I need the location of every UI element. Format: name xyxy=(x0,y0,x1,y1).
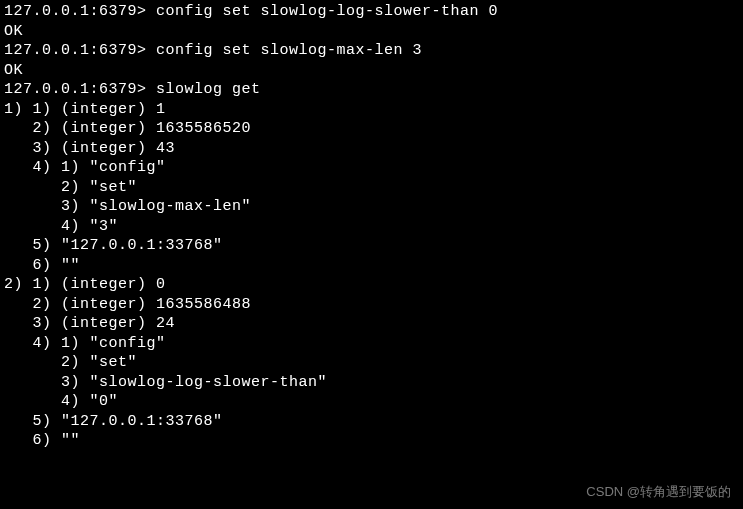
command-input: slowlog get xyxy=(156,81,261,98)
prompt-line-1[interactable]: 127.0.0.1:6379> config set slowlog-log-s… xyxy=(4,2,739,22)
prompt: 127.0.0.1:6379> xyxy=(4,42,147,59)
cmd-part: 0 xyxy=(99,393,109,410)
cmd-part: set xyxy=(99,354,128,371)
client-addr: 127.0.0.1:33768 xyxy=(71,413,214,430)
slowlog-entry-2-cmd-4: 4) "0" xyxy=(4,392,739,412)
cmd-part: slowlog-log-slower-than xyxy=(99,374,318,391)
cmd-part: set xyxy=(99,179,128,196)
slowlog-entry-2-timestamp: 2) (integer) 1635586488 xyxy=(4,295,739,315)
entry-id: 0 xyxy=(156,276,166,293)
output-ok-1: OK xyxy=(4,22,739,42)
cmd-part: slowlog-max-len xyxy=(99,198,242,215)
cmd-part: 3 xyxy=(99,218,109,235)
entry-dur: 43 xyxy=(156,140,175,157)
slowlog-entry-2-cmd-3: 3) "slowlog-log-slower-than" xyxy=(4,373,739,393)
slowlog-entry-1-cmd-3: 3) "slowlog-max-len" xyxy=(4,197,739,217)
entry-id: 1 xyxy=(156,101,166,118)
watermark: CSDN @转角遇到要饭的 xyxy=(586,484,731,501)
slowlog-entry-2-id: 2) 1) (integer) 0 xyxy=(4,275,739,295)
slowlog-entry-1-cmd-2: 2) "set" xyxy=(4,178,739,198)
entry-dur: 24 xyxy=(156,315,175,332)
slowlog-entry-1-client: 5) "127.0.0.1:33768" xyxy=(4,236,739,256)
slowlog-entry-1-duration: 3) (integer) 43 xyxy=(4,139,739,159)
entry-ts: 1635586488 xyxy=(156,296,251,313)
slowlog-entry-1-name: 6) "" xyxy=(4,256,739,276)
cmd-part: config xyxy=(99,335,156,352)
prompt: 127.0.0.1:6379> xyxy=(4,3,147,20)
slowlog-entry-2-duration: 3) (integer) 24 xyxy=(4,314,739,334)
slowlog-entry-2-cmd-1: 4) 1) "config" xyxy=(4,334,739,354)
client-addr: 127.0.0.1:33768 xyxy=(71,237,214,254)
cmd-part: config xyxy=(99,159,156,176)
slowlog-entry-2-name: 6) "" xyxy=(4,431,739,451)
slowlog-entry-2-cmd-2: 2) "set" xyxy=(4,353,739,373)
slowlog-entry-2-client: 5) "127.0.0.1:33768" xyxy=(4,412,739,432)
prompt-line-3[interactable]: 127.0.0.1:6379> slowlog get xyxy=(4,80,739,100)
prompt: 127.0.0.1:6379> xyxy=(4,81,147,98)
slowlog-entry-1-cmd-4: 4) "3" xyxy=(4,217,739,237)
command-input: config set slowlog-log-slower-than 0 xyxy=(156,3,498,20)
slowlog-entry-1-timestamp: 2) (integer) 1635586520 xyxy=(4,119,739,139)
slowlog-entry-1-cmd-1: 4) 1) "config" xyxy=(4,158,739,178)
entry-ts: 1635586520 xyxy=(156,120,251,137)
output-ok-2: OK xyxy=(4,61,739,81)
slowlog-entry-1-id: 1) 1) (integer) 1 xyxy=(4,100,739,120)
prompt-line-2[interactable]: 127.0.0.1:6379> config set slowlog-max-l… xyxy=(4,41,739,61)
command-input: config set slowlog-max-len 3 xyxy=(156,42,422,59)
